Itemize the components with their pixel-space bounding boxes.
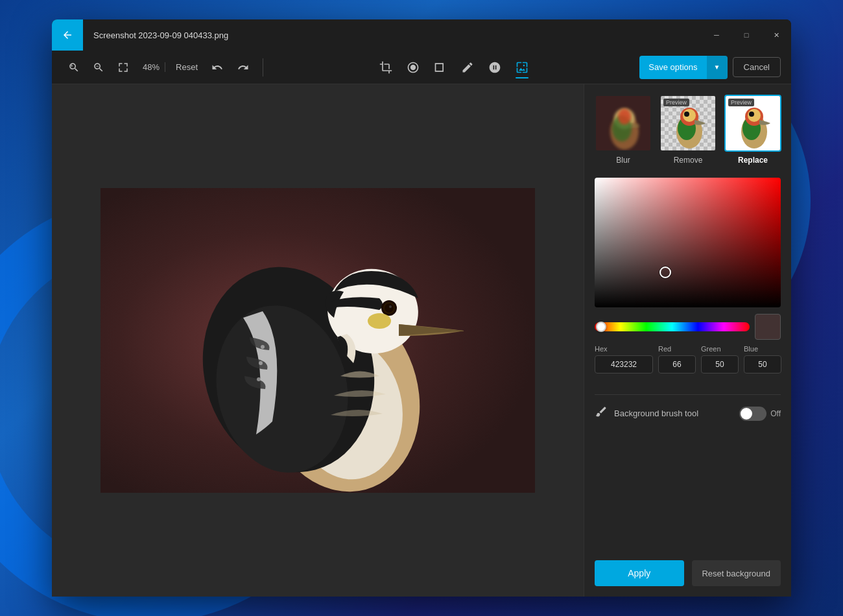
svg-point-35 [749,112,754,117]
svg-point-19 [618,109,631,124]
bg-option-replace[interactable]: Preview Replace [724,95,781,165]
svg-point-9 [385,303,394,313]
color-swatch [755,314,781,340]
blue-field-group: Blue [744,345,781,373]
replace-label: Replace [738,156,768,165]
fit-icon [117,62,129,73]
green-input[interactable] [701,355,739,373]
hex-label: Hex [595,345,653,353]
adjust-tool-button[interactable] [401,55,425,80]
green-field-group: Green [701,345,739,373]
red-input[interactable] [658,355,696,373]
green-label: Green [701,345,739,353]
window-controls: ─ □ ✕ [702,19,791,51]
remove-preview-badge: Preview [663,99,689,106]
svg-point-14 [257,377,261,381]
back-icon [62,29,73,41]
background-tool-button[interactable] [510,55,534,80]
toggle-thumb [741,408,752,420]
main-content: Blur Preview [52,84,791,597]
zoom-level: 48% [137,62,165,72]
zoom-controls [62,56,135,79]
markup-icon [461,61,474,74]
redo-icon [237,62,249,73]
toggle-container: Off [739,407,781,421]
zoom-out-button[interactable] [87,56,110,79]
color-values: Hex Red Green Blue [595,345,781,373]
right-panel: Blur Preview [584,84,791,597]
remove-label: Remove [674,156,703,165]
brush-icon [595,405,608,421]
hue-slider[interactable] [595,322,750,331]
maximize-button[interactable]: □ [731,19,761,51]
file-title: Screenshot 2023-09-09 040433.png [83,30,702,40]
divider [595,394,781,395]
image-container [101,188,535,493]
hue-slider-container [595,314,781,340]
redo-button[interactable] [232,56,255,79]
frames-icon [434,61,447,74]
red-label: Red [658,345,696,353]
color-cursor [659,267,671,278]
bg-option-replace-thumb: Preview [724,95,781,152]
reset-background-button[interactable]: Reset background [692,560,781,586]
save-options-main-button[interactable]: Save options [639,57,706,77]
apply-button[interactable]: Apply [595,560,684,586]
center-tools [271,55,637,80]
app-window: Screenshot 2023-09-09 040433.png ─ □ ✕ [52,19,791,597]
blur-thumb-image [596,96,652,152]
svg-point-10 [389,305,392,308]
cancel-button[interactable]: Cancel [733,57,781,77]
fit-to-screen-button[interactable] [112,56,135,79]
effects-icon [488,61,501,74]
zoom-out-icon [93,62,104,73]
brush-tool-label: Background brush tool [614,409,733,418]
save-options-dropdown-arrow[interactable]: ▼ [707,56,728,79]
bg-option-blur-thumb [595,95,652,152]
close-button[interactable]: ✕ [761,19,791,51]
undo-button[interactable] [206,56,229,79]
back-button[interactable] [52,19,83,51]
zoom-in-icon [68,62,80,73]
color-gradient-area[interactable] [595,178,781,307]
bird-canvas-image [101,188,535,493]
canvas-area [52,84,584,597]
bg-option-remove[interactable]: Preview [659,95,717,165]
undo-icon [211,62,223,73]
minimize-button[interactable]: ─ [702,19,731,51]
adjust-icon [407,61,420,74]
replace-preview-badge: Preview [728,99,754,106]
background-options: Blur Preview [595,95,781,165]
crop-icon [379,61,392,74]
effects-tool-button[interactable] [482,55,507,80]
toolbar: 48% Reset [52,51,791,84]
svg-point-11 [368,313,391,329]
blur-label: Blur [616,156,630,165]
bg-option-remove-thumb: Preview [659,95,717,152]
hex-field-group: Hex [595,345,653,373]
background-icon [516,61,528,74]
svg-point-13 [259,361,263,365]
toolbar-separator [263,58,263,77]
brush-tool-toggle[interactable] [739,407,766,421]
bottom-buttons: Apply Reset background [595,560,781,586]
svg-point-29 [684,112,689,117]
hex-input[interactable] [595,355,653,373]
blue-input[interactable] [744,355,781,373]
blue-label: Blue [744,345,781,353]
zoom-in-button[interactable] [62,56,86,79]
svg-point-12 [261,345,265,349]
bg-option-blur[interactable]: Blur [595,95,652,165]
red-field-group: Red [658,345,696,373]
hue-thumb [596,322,606,332]
right-toolbar: Save options ▼ Cancel [639,56,781,79]
markup-tool-button[interactable] [455,55,480,80]
brush-tool-row: Background brush tool Off [595,405,781,421]
color-picker: Hex Red Green Blue [595,178,781,373]
title-bar: Screenshot 2023-09-09 040433.png ─ □ ✕ [52,19,791,51]
save-options-button[interactable]: Save options ▼ [639,56,727,79]
toggle-label: Off [770,409,781,418]
reset-button[interactable]: Reset [171,60,203,75]
frames-tool-button[interactable] [428,55,453,80]
crop-tool-button[interactable] [374,55,398,80]
